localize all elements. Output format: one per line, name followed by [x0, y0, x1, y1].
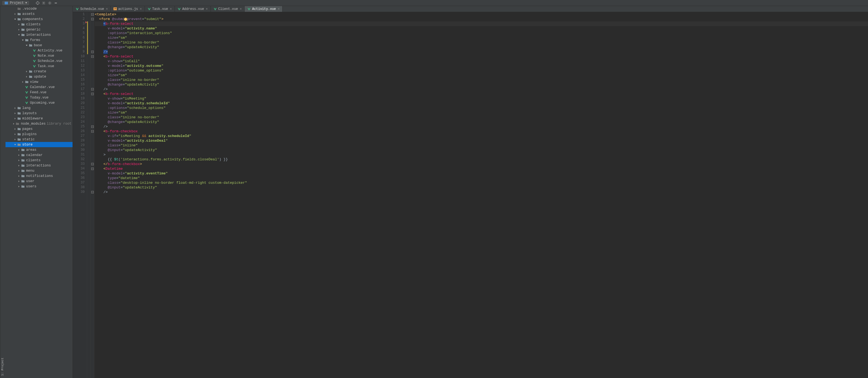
target-icon[interactable] — [36, 1, 39, 5]
fold-icon[interactable] — [91, 51, 94, 53]
code-line[interactable]: > — [95, 152, 868, 157]
editor-tab[interactable]: Task.vue× — [145, 6, 175, 12]
tree-item[interactable]: layouts — [5, 111, 72, 116]
tree-item[interactable]: lang — [5, 105, 72, 111]
close-icon[interactable]: × — [170, 7, 172, 11]
tree-item[interactable]: base — [5, 42, 72, 48]
tree-item[interactable]: create — [5, 69, 72, 74]
chevron-right-icon[interactable] — [18, 185, 20, 188]
code-line[interactable]: </b-form-checkbox> — [95, 162, 868, 167]
tree-item[interactable]: components — [5, 17, 72, 22]
tree-item[interactable]: forms — [5, 37, 72, 42]
tree-item[interactable]: store — [5, 142, 72, 147]
code-line[interactable]: v-model="activity.name" — [95, 26, 868, 31]
fold-icon[interactable] — [91, 125, 94, 128]
code-line[interactable]: v-model="activity.scheduleId" — [95, 101, 868, 106]
chevron-right-icon[interactable] — [18, 175, 20, 177]
tree-item[interactable]: clients — [5, 22, 72, 27]
chevron-right-icon[interactable] — [18, 28, 20, 31]
tree-item[interactable]: static — [5, 137, 72, 142]
tree-item[interactable]: Task.vue — [5, 63, 72, 69]
chevron-down-icon[interactable] — [25, 44, 28, 47]
tree-item[interactable]: Feed.vue — [5, 90, 72, 95]
chevron-right-icon[interactable] — [14, 128, 17, 130]
chevron-right-icon[interactable] — [12, 122, 15, 125]
fold-icon[interactable] — [91, 55, 94, 58]
fold-icon[interactable] — [91, 13, 94, 16]
chevron-down-icon[interactable] — [14, 143, 17, 146]
tree-item[interactable]: view — [5, 79, 72, 84]
code-line[interactable]: :options="interaction_options" — [95, 31, 868, 35]
tree-item[interactable]: Note.vue — [5, 53, 72, 58]
code-line[interactable]: @change="updateActivity" — [95, 82, 868, 87]
code-line[interactable]: @change="updateActivity" — [95, 45, 868, 50]
tree-item[interactable]: interactions — [5, 32, 72, 37]
chevron-right-icon[interactable] — [14, 117, 17, 120]
code-line[interactable]: /> — [95, 50, 868, 54]
code-line[interactable]: <b-form-checkbox — [95, 129, 868, 134]
tree-item[interactable]: .vscode — [5, 6, 72, 11]
code-line[interactable]: <b-form-select — [95, 22, 868, 26]
tree-item[interactable]: middleware — [5, 116, 72, 121]
code-editor[interactable]: <template> <form @submi.prevent="submit"… — [94, 12, 868, 378]
tree-item[interactable]: plugins — [5, 132, 72, 137]
tree-item[interactable]: users — [5, 184, 72, 189]
code-line[interactable]: <b-form-select — [95, 54, 868, 59]
editor-tab[interactable]: Address.vue× — [175, 6, 211, 12]
chevron-right-icon[interactable] — [14, 112, 17, 115]
editor-tab[interactable]: Activity.vue× — [245, 6, 283, 12]
code-line[interactable]: @change="updateActivity" — [95, 120, 868, 124]
code-line[interactable]: v-model="activity.eventTime" — [95, 171, 868, 176]
tree-item[interactable]: Calendar.vue — [5, 84, 72, 90]
project-tree[interactable]: .vscodeassetscomponentsclientsgenericint… — [5, 6, 73, 378]
editor-tab[interactable]: Schedule.vue× — [73, 6, 111, 12]
editor-tab[interactable]: Client.vue× — [211, 6, 245, 12]
code-line[interactable]: v-show="isCall" — [95, 59, 868, 63]
tree-item[interactable]: assets — [5, 11, 72, 17]
fold-icon[interactable] — [91, 168, 94, 170]
code-line[interactable]: v-if="isMeeting && activity.scheduleId" — [95, 134, 868, 138]
code-line[interactable]: <b-form-select — [95, 92, 868, 96]
chevron-right-icon[interactable] — [14, 133, 17, 136]
fold-icon[interactable] — [91, 163, 94, 165]
tree-item[interactable]: Schedule.vue — [5, 58, 72, 63]
tree-item[interactable]: areas — [5, 147, 72, 152]
chevron-right-icon[interactable] — [18, 180, 20, 183]
tree-item[interactable]: Activity.vue — [5, 48, 72, 53]
tree-item[interactable]: Upcoming.vue — [5, 100, 72, 105]
chevron-down-icon[interactable] — [14, 18, 17, 21]
chevron-right-icon[interactable] — [18, 23, 20, 26]
code-line[interactable]: <template> — [95, 12, 868, 17]
tree-item[interactable]: menu — [5, 168, 72, 173]
chevron-down-icon[interactable] — [22, 39, 24, 41]
fold-icon[interactable] — [91, 93, 94, 95]
tree-item[interactable]: pages — [5, 126, 72, 132]
tree-item[interactable]: calendar — [5, 152, 72, 157]
minimize-icon[interactable] — [54, 1, 58, 5]
code-line[interactable]: v-model="activity.outcome" — [95, 63, 868, 68]
tree-item[interactable]: node_moduleslibrary root — [5, 121, 72, 126]
tree-item[interactable]: generic — [5, 27, 72, 32]
tree-item[interactable]: user — [5, 178, 72, 184]
close-icon[interactable]: × — [206, 7, 208, 11]
code-line[interactable]: class="inline no-border" — [95, 115, 868, 120]
chevron-right-icon[interactable] — [18, 149, 20, 151]
code-line[interactable]: size="sm" — [95, 73, 868, 78]
collapse-icon[interactable] — [42, 1, 45, 5]
code-line[interactable]: @input="updateActivity" — [95, 148, 868, 152]
chevron-right-icon[interactable] — [14, 138, 17, 141]
fold-icon[interactable] — [91, 18, 94, 20]
code-line[interactable]: class="inline no-border" — [95, 78, 868, 82]
close-icon[interactable]: × — [240, 7, 242, 11]
code-line[interactable]: size="sm" — [95, 35, 868, 40]
code-line[interactable]: v-model="activity.closeDeal" — [95, 138, 868, 143]
chevron-right-icon[interactable] — [25, 76, 28, 78]
code-line[interactable]: <Datetime — [95, 167, 868, 171]
chevron-right-icon[interactable] — [25, 70, 28, 73]
tree-item[interactable]: Today.vue — [5, 95, 72, 100]
chevron-right-icon[interactable] — [14, 13, 17, 16]
tree-item[interactable]: interactions — [5, 163, 72, 168]
chevron-right-icon[interactable] — [18, 154, 20, 156]
tree-item[interactable]: update — [5, 74, 72, 79]
close-icon[interactable]: × — [106, 7, 108, 11]
